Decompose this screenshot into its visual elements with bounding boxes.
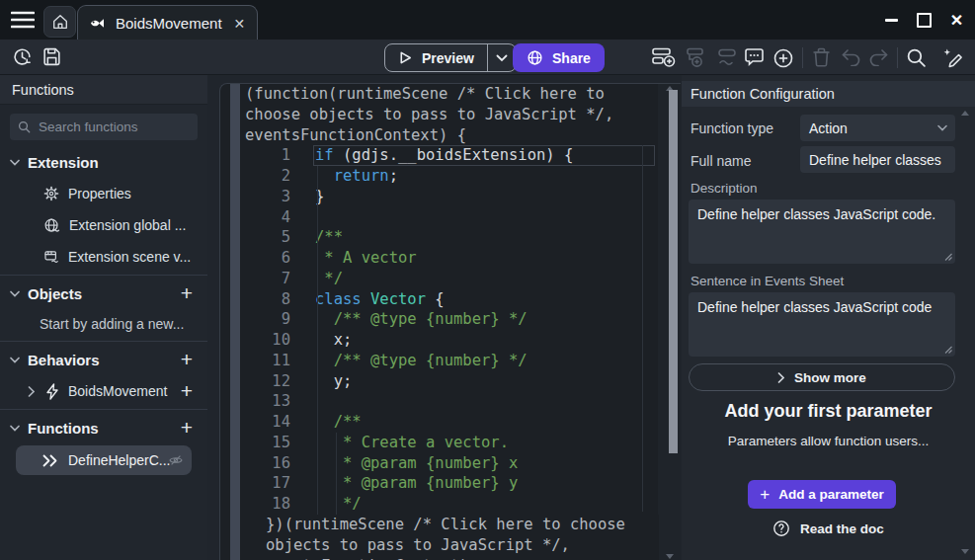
- code-line[interactable]: 8class Vector {: [241, 289, 659, 310]
- line-number: 16: [241, 453, 290, 474]
- search-functions-box[interactable]: [10, 114, 198, 140]
- section-functions[interactable]: Functions +: [0, 412, 207, 443]
- minimize-button[interactable]: [884, 13, 899, 28]
- description-label: Description: [691, 181, 758, 196]
- add-event-icon[interactable]: [652, 47, 678, 68]
- add-subevent-icon[interactable]: [686, 47, 710, 68]
- code-wrapper-line[interactable]: eventsFunctionContext);: [262, 556, 659, 560]
- toolbar-divider: [802, 47, 803, 68]
- code-wrapper-line[interactable]: (function(runtimeScene /* Click here to: [241, 84, 659, 105]
- maximize-button[interactable]: [917, 13, 932, 28]
- code-line[interactable]: 2 return;: [241, 166, 659, 187]
- line-number: 6: [241, 248, 290, 269]
- lightning-icon: [45, 383, 59, 400]
- comment-icon[interactable]: [744, 48, 765, 67]
- line-number: 1: [241, 145, 290, 166]
- sentence-textarea[interactable]: Define helper classes JavaScript code: [689, 292, 955, 357]
- chevron-right-icon: [777, 372, 784, 383]
- undo-icon[interactable]: [841, 48, 861, 66]
- sidebar-item-properties[interactable]: Properties: [0, 178, 207, 209]
- read-the-doc-link[interactable]: Read the doc: [682, 520, 975, 537]
- save-icon[interactable]: [41, 46, 62, 67]
- events-sheet-scrollbar[interactable]: [230, 84, 240, 560]
- redo-icon[interactable]: [868, 48, 889, 66]
- add-behavior-button[interactable]: +: [176, 348, 198, 369]
- chevron-right-icon[interactable]: [28, 386, 38, 397]
- search-icon[interactable]: [906, 47, 927, 68]
- code-line[interactable]: 10 x;: [241, 330, 659, 351]
- toolbar-divider: [897, 47, 898, 68]
- code-line[interactable]: 1if (gdjs.__boidsExtension) {: [241, 145, 659, 166]
- window-close-button[interactable]: ✕: [949, 13, 964, 28]
- tab-close-icon[interactable]: ✕: [234, 17, 246, 31]
- main-menu-icon[interactable]: [11, 11, 35, 29]
- home-tab[interactable]: [43, 6, 76, 38]
- sidebar-item-extension-scene-variables[interactable]: Extension scene v...: [0, 241, 207, 273]
- function-configuration-panel: Function Configuration Function type Act…: [682, 75, 975, 560]
- preview-button[interactable]: Preview: [385, 44, 487, 71]
- code-line[interactable]: 18 */: [241, 494, 659, 515]
- editor-scrollbar-thumb[interactable]: [669, 90, 678, 453]
- function-type-select[interactable]: Action: [800, 115, 955, 141]
- line-number: 14: [241, 412, 290, 433]
- code-line[interactable]: 12 y;: [241, 371, 659, 392]
- code-line[interactable]: 3}: [241, 187, 659, 207]
- line-number: 5: [241, 227, 290, 248]
- code-line[interactable]: 5/**: [241, 227, 659, 248]
- add-other-events-icon[interactable]: [717, 47, 740, 68]
- code-footer-wrapper[interactable]: })(runtimeScene /* Click here to chooseo…: [262, 515, 659, 560]
- code-line[interactable]: 16 * @param {number} x: [241, 453, 659, 474]
- js-code-editor[interactable]: (function(runtimeScene /* Click here toc…: [241, 84, 659, 560]
- share-button[interactable]: Share: [513, 43, 605, 72]
- scroll-down-icon[interactable]: [666, 554, 674, 559]
- show-more-button[interactable]: Show more: [689, 363, 955, 391]
- history-icon[interactable]: [12, 46, 33, 67]
- add-behavior-function-button[interactable]: +: [176, 379, 198, 401]
- add-circle-icon[interactable]: [773, 48, 793, 68]
- code-line[interactable]: 15 * Create a vector.: [241, 433, 659, 453]
- add-function-button[interactable]: +: [176, 416, 198, 438]
- sidebar-item-label: Extension scene v...: [68, 249, 191, 265]
- chevron-down-icon: [10, 159, 20, 166]
- code-line[interactable]: 6 * A vector: [241, 248, 659, 269]
- code-line[interactable]: 4: [241, 207, 659, 228]
- code-wrapper-line[interactable]: objects to pass to JavaScript */,: [262, 535, 659, 556]
- sidebar-item-boidsmovement[interactable]: BoidsMovement +: [0, 375, 207, 407]
- description-textarea[interactable]: Define helper classes JavaScript code.: [689, 200, 955, 264]
- code-wrapper-line[interactable]: })(runtimeScene /* Click here to choose: [262, 515, 659, 535]
- section-label: Functions: [28, 420, 99, 437]
- gdevelop-window: BoidsMovement ✕ ✕ Preview Share: [0, 0, 975, 560]
- sentence-area-wrap: Define helper classes JavaScript code: [689, 292, 955, 357]
- section-objects[interactable]: Objects +: [0, 278, 207, 309]
- panel-scroll-up-icon[interactable]: [961, 111, 969, 116]
- add-parameter-label: Add a parameter: [778, 487, 884, 502]
- preview-options-button[interactable]: [488, 44, 516, 71]
- editor-scrollbar-track[interactable]: [658, 84, 681, 560]
- code-wrapper-line[interactable]: eventsFunctionContext) {: [241, 125, 659, 146]
- full-name-input[interactable]: [809, 152, 946, 168]
- code-line[interactable]: 11 /** @type {number} */: [241, 351, 659, 371]
- magic-edit-icon[interactable]: [941, 46, 964, 69]
- section-behaviors[interactable]: Behaviors +: [0, 344, 207, 375]
- code-line[interactable]: 14 /**: [241, 412, 659, 433]
- add-object-button[interactable]: +: [176, 281, 198, 303]
- add-parameter-button[interactable]: + Add a parameter: [748, 480, 896, 509]
- search-functions-input[interactable]: [37, 119, 190, 135]
- functions-sidebar: Functions Extension Properties Extension…: [0, 75, 207, 560]
- line-number: 18: [241, 494, 290, 515]
- code-lines: (function(runtimeScene /* Click here toc…: [241, 84, 659, 515]
- code-line[interactable]: 17 * @param {number} y: [241, 473, 659, 494]
- section-extension[interactable]: Extension: [0, 146, 207, 178]
- panel-scroll-down-icon[interactable]: [961, 549, 969, 554]
- sidebar-item-extension-global-variables[interactable]: Extension global ...: [0, 209, 207, 241]
- code-wrapper-line[interactable]: choose objects to pass to JavaScript */,: [241, 105, 659, 125]
- empty-state-title: Add your first parameter: [682, 401, 975, 422]
- code-line[interactable]: 13: [241, 391, 659, 412]
- function-type-value: Action: [809, 120, 848, 136]
- code-line[interactable]: 9 /** @type {number} */: [241, 309, 659, 330]
- tab-boidsmovement[interactable]: BoidsMovement ✕: [77, 5, 258, 40]
- code-line[interactable]: 7 */: [241, 269, 659, 289]
- indent-guide: [336, 433, 337, 515]
- sidebar-item-definehelperclasses-selected[interactable]: DefineHelperC...: [16, 445, 192, 475]
- trash-icon[interactable]: [812, 47, 831, 67]
